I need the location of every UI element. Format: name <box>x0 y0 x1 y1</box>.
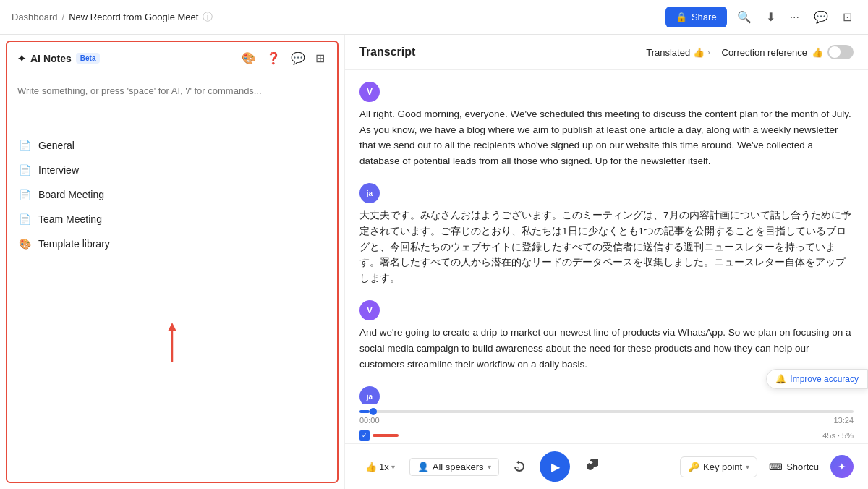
segment-checkbox[interactable] <box>359 430 370 441</box>
more-options-button[interactable]: ··· <box>786 7 804 28</box>
ai-notes-action-icons: 🎨 ❓ 💬 ⊞ <box>239 49 327 67</box>
transcript-text-2: And we're going to create a drip to mark… <box>359 325 854 372</box>
chat-icon[interactable]: 💬 <box>289 49 307 67</box>
layout-button[interactable]: ⊡ <box>838 6 856 28</box>
help-icon[interactable]: ❓ <box>264 49 283 67</box>
keypoint-button[interactable]: 🔑 Key point ▾ <box>680 456 757 477</box>
speaker-filter-button[interactable]: 👤 All speakers ▾ <box>409 458 499 476</box>
user-icon: 👤 <box>417 462 429 472</box>
transcript-title: Transcript <box>359 46 415 59</box>
notes-label-interview: Interview <box>38 164 79 176</box>
correction-ref-label: Correction reference <box>722 47 808 58</box>
improve-accuracy-label: Improve accuracy <box>790 374 859 384</box>
svg-text:5: 5 <box>516 466 519 470</box>
svg-marker-1 <box>168 323 176 331</box>
color-wheel-icon[interactable]: 🎨 <box>239 49 258 67</box>
timeline-track[interactable] <box>359 410 854 413</box>
download-button[interactable]: ⬇ <box>762 6 780 28</box>
spark-icon: ✦ <box>17 53 26 64</box>
translated-label: Translated <box>646 47 690 58</box>
avatar-ja-0: ja <box>359 183 380 203</box>
doc-icon-interview: 📄 <box>19 164 31 176</box>
doc-icon-general: 📄 <box>19 140 31 151</box>
timeline-progress <box>359 410 370 413</box>
bell-icon: 🔔 <box>775 374 786 384</box>
skip-back-button[interactable]: 5 <box>508 455 531 478</box>
notes-item-board-meeting[interactable]: 📄 Board Meeting <box>7 182 337 207</box>
notes-label-board-meeting: Board Meeting <box>38 189 104 200</box>
transcript-block-1: ja 大丈夫です。みなさんおはようございます。このミーティングは、7月の内容計画… <box>359 183 854 286</box>
breadcrumb-separator: / <box>62 12 65 22</box>
translated-button[interactable]: Translated 👍 › <box>646 47 710 58</box>
thumbs-up-icon-translated: 👍 <box>693 47 705 58</box>
notes-item-interview[interactable]: 📄 Interview <box>7 158 337 182</box>
ai-notes-header: ✦ AI Notes Beta 🎨 ❓ 💬 ⊞ <box>7 42 337 75</box>
breadcrumb: Dashboard / New Record from Google Meet … <box>12 11 213 24</box>
ai-notes-title: ✦ AI Notes Beta <box>17 53 100 64</box>
transcript-block-0: V All right. Good morning, everyone. We'… <box>359 82 854 169</box>
segment-block <box>373 434 399 437</box>
transcript-header: Transcript Translated 👍 › Correction ref… <box>345 35 868 70</box>
breadcrumb-home[interactable]: Dashboard <box>12 12 58 22</box>
avatar-v-0: V <box>359 82 380 102</box>
transcript-content: V All right. Good morning, everyone. We'… <box>345 70 868 404</box>
main-content: ✦ AI Notes Beta 🎨 ❓ 💬 ⊞ 📄 General <box>0 35 868 489</box>
chevron-down-speaker: ▾ <box>488 463 491 471</box>
notes-item-general[interactable]: 📄 General <box>7 133 337 158</box>
bottom-section: 00:00 13:24 45s · 5% 👍 1x ▾ <box>345 404 868 489</box>
share-button[interactable]: 🔒 Share <box>665 7 727 27</box>
playback-controls: 👍 1x ▾ 👤 All speakers ▾ 5 <box>345 443 868 489</box>
notes-item-template-library[interactable]: 🎨 Template library <box>7 231 337 256</box>
play-icon: ▶ <box>551 460 560 474</box>
timeline-cursor <box>370 408 377 415</box>
breadcrumb-current: New Record from Google Meet <box>69 12 198 22</box>
timeline-end: 13:24 <box>833 416 854 425</box>
template-icon: 🎨 <box>19 238 31 250</box>
ai-notes-panel: ✦ AI Notes Beta 🎨 ❓ 💬 ⊞ 📄 General <box>6 41 339 483</box>
timeline-bar[interactable]: 00:00 13:24 <box>345 404 868 428</box>
ai-notes-input-area[interactable] <box>7 75 337 127</box>
beta-badge: Beta <box>76 53 101 64</box>
header: Dashboard / New Record from Google Meet … <box>0 0 868 35</box>
keyboard-icon: ⌨ <box>769 462 783 472</box>
notes-label-team-meeting: Team Meeting <box>38 213 102 225</box>
grid-icon[interactable]: ⊞ <box>313 49 327 67</box>
timeline-labels: 00:00 13:24 <box>359 416 854 425</box>
correction-reference: Correction reference 👍 <box>722 45 854 59</box>
notes-list: 📄 General 📄 Interview 📄 Board Meeting 📄 … <box>7 127 337 482</box>
segments-bar: 45s · 5% <box>345 428 868 443</box>
ai-notes-textarea[interactable] <box>17 85 327 114</box>
avatar-ja-1: ja <box>359 386 380 404</box>
play-button[interactable]: ▶ <box>540 451 570 482</box>
search-button[interactable]: 🔍 <box>733 6 756 28</box>
avatar-v-1: V <box>359 300 380 320</box>
transcript-panel: Transcript Translated 👍 › Correction ref… <box>344 35 868 489</box>
thumbs-up-icon-correction: 👍 <box>812 47 823 58</box>
lock-icon: 🔒 <box>676 12 687 22</box>
segment-time: 45s · 5% <box>822 431 854 440</box>
notes-label-template-library: Template library <box>38 238 110 250</box>
keypoint-icon: 🔑 <box>688 462 699 472</box>
transcript-block-2: V And we're going to create a drip to ma… <box>359 300 854 372</box>
timeline-start: 00:00 <box>359 416 380 425</box>
doc-icon-board-meeting: 📄 <box>19 189 31 200</box>
skip-forward-button[interactable]: 5 <box>579 455 602 478</box>
notes-item-team-meeting[interactable]: 📄 Team Meeting <box>7 207 337 231</box>
comment-button[interactable]: 💬 <box>809 6 833 28</box>
speed-icon: 👍 <box>365 462 377 472</box>
notes-label-general: General <box>38 140 75 151</box>
improve-accuracy-button[interactable]: 🔔 Improve accuracy <box>766 369 868 389</box>
info-icon: ⓘ <box>203 11 213 24</box>
right-controls: 🔑 Key point ▾ ⌨ Shortcu ✦ <box>680 455 854 478</box>
magic-button[interactable]: ✦ <box>830 455 854 478</box>
transcript-text-0: All right. Good morning, everyone. We've… <box>359 106 854 169</box>
correction-toggle[interactable] <box>827 45 854 59</box>
shortcut-button[interactable]: ⌨ Shortcu <box>763 457 825 477</box>
transcript-controls: Translated 👍 › Correction reference 👍 <box>646 45 854 59</box>
transcript-scroll-area: V All right. Good morning, everyone. We'… <box>345 70 868 404</box>
chevron-right-icon: › <box>707 48 710 56</box>
chevron-down-keypoint: ▾ <box>746 463 749 471</box>
chevron-down-speed: ▾ <box>391 463 395 471</box>
speed-button[interactable]: 👍 1x ▾ <box>359 459 401 475</box>
header-actions: 🔒 Share 🔍 ⬇ ··· 💬 ⊡ <box>665 6 856 28</box>
